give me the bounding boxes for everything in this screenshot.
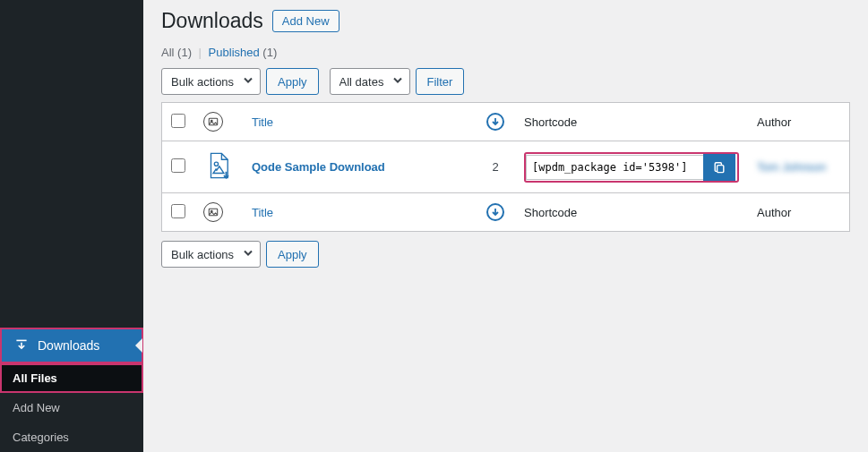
image-icon	[203, 202, 223, 222]
tablenav-bottom: Bulk actions Apply	[161, 241, 850, 268]
copy-shortcode-button[interactable]	[703, 154, 735, 181]
column-title[interactable]: Title	[243, 193, 476, 232]
row-title-link[interactable]: Qode Sample Download	[252, 160, 385, 174]
view-published-count: (1)	[262, 46, 277, 59]
sidebar-item-all-files[interactable]: All Files	[0, 363, 143, 393]
apply-button-bottom[interactable]: Apply	[266, 241, 319, 268]
column-shortcode: Shortcode	[515, 193, 748, 232]
sidebar-item-categories[interactable]: Categories	[0, 422, 143, 452]
bulk-actions-select[interactable]: Bulk actions	[161, 68, 261, 95]
file-download-icon	[203, 170, 234, 183]
download-icon	[13, 337, 30, 354]
tablenav-top: Bulk actions Apply All dates Filter	[161, 68, 850, 95]
view-published-link[interactable]: Published	[209, 46, 263, 59]
image-icon	[203, 112, 223, 132]
admin-sidebar: Downloads All Files Add New Categories	[0, 0, 143, 452]
row-checkbox[interactable]	[171, 158, 185, 173]
sidebar-item-add-new[interactable]: Add New	[0, 393, 143, 422]
add-new-button[interactable]: Add New	[272, 10, 339, 32]
sidebar-item-label: Add New	[13, 401, 60, 414]
sidebar-item-label: Categories	[13, 431, 69, 444]
view-all-label[interactable]: All	[161, 46, 174, 59]
shortcode-input[interactable]	[526, 155, 703, 180]
column-title[interactable]: Title	[243, 103, 476, 141]
column-author[interactable]: Author	[748, 193, 850, 232]
sidebar-item-downloads[interactable]: Downloads	[0, 328, 143, 363]
shortcode-field	[524, 152, 739, 183]
sidebar-item-label: Downloads	[38, 338, 99, 353]
sort-indicator-icon[interactable]	[486, 203, 504, 221]
view-all-count: (1)	[177, 46, 192, 59]
svg-point-2	[214, 162, 218, 166]
select-all-checkbox-bottom[interactable]	[171, 204, 185, 218]
row-author-link[interactable]: Tom Johnson	[757, 160, 826, 174]
column-shortcode: Shortcode	[515, 103, 748, 141]
svg-rect-4	[209, 209, 217, 216]
svg-rect-3	[718, 165, 724, 172]
date-filter-select[interactable]: All dates	[330, 68, 410, 95]
active-arrow-icon	[135, 338, 142, 353]
page-title: Downloads	[161, 9, 263, 33]
bulk-actions-select-bottom[interactable]: Bulk actions	[161, 241, 261, 268]
select-all-checkbox-top[interactable]	[171, 114, 185, 128]
sidebar-item-label: All Files	[13, 371, 57, 385]
apply-button-top[interactable]: Apply	[266, 68, 319, 95]
sort-indicator-icon[interactable]	[486, 113, 504, 131]
column-author[interactable]: Author	[748, 103, 850, 141]
filter-button[interactable]: Filter	[416, 68, 465, 95]
downloads-table: Title Shortcode Author	[161, 102, 850, 232]
table-row: Qode Sample Download 2 Tom Johnson	[162, 141, 850, 193]
main-content: Downloads Add New All (1) | Published (1…	[143, 0, 868, 452]
row-download-count: 2	[492, 160, 498, 174]
svg-rect-0	[209, 118, 217, 125]
view-links: All (1) | Published (1)	[161, 46, 850, 59]
